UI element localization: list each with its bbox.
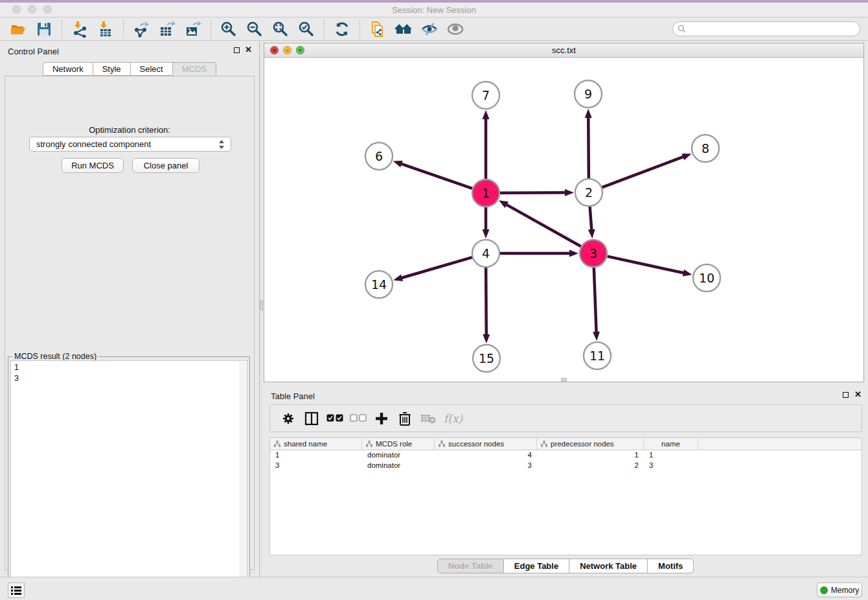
- optimization-criterion-select[interactable]: strongly connected component: [29, 137, 231, 152]
- delete-table-button[interactable]: [417, 408, 440, 430]
- table-row[interactable]: 3dominator323: [270, 461, 862, 471]
- export-table-button[interactable]: [156, 19, 178, 39]
- result-scrollbar[interactable]: [239, 362, 246, 597]
- column-settings-button[interactable]: [277, 408, 300, 430]
- table-cell[interactable]: 1: [537, 450, 644, 461]
- splitter-handle[interactable]: [260, 300, 263, 310]
- column-header-name[interactable]: name: [644, 438, 698, 450]
- graph-node-2[interactable]: 2: [575, 179, 602, 206]
- column-header-shared-name[interactable]: shared name: [270, 438, 362, 450]
- tab-mcds[interactable]: MCDS: [173, 62, 216, 76]
- show-all-button[interactable]: [444, 19, 466, 39]
- hide-selected-button[interactable]: [418, 19, 440, 39]
- tab-node-table[interactable]: Node Table: [437, 559, 504, 573]
- export-image-button[interactable]: [182, 19, 204, 39]
- table-cell[interactable]: 2: [537, 461, 644, 471]
- tab-network-table[interactable]: Network Table: [569, 559, 648, 573]
- import-network-button[interactable]: [69, 19, 91, 39]
- column-header-MCDS-role[interactable]: MCDS role: [362, 438, 435, 450]
- float-panel-icon[interactable]: [234, 47, 240, 53]
- eye-icon: [446, 21, 464, 38]
- node-label: 1: [482, 186, 490, 200]
- close-panel-icon[interactable]: ✕: [245, 45, 252, 54]
- delete-column-button[interactable]: [393, 408, 417, 430]
- plus-icon: [374, 411, 389, 426]
- tab-edge-table[interactable]: Edge Table: [504, 559, 569, 573]
- graph-edge-4-14[interactable]: [401, 257, 472, 278]
- graph-node-11[interactable]: 11: [584, 342, 611, 369]
- table-row[interactable]: 1dominator411: [270, 450, 862, 461]
- column-header-label: shared name: [284, 440, 327, 448]
- run-mcds-button[interactable]: Run MCDS: [62, 158, 124, 173]
- deselect-all-button[interactable]: [347, 408, 370, 430]
- close-table-panel-icon[interactable]: ✕: [854, 389, 862, 399]
- frame-resize-grip[interactable]: [561, 378, 567, 382]
- table-cell[interactable]: dominator: [362, 461, 435, 471]
- graph-node-15[interactable]: 15: [473, 345, 500, 372]
- zoom-out-button[interactable]: [244, 19, 266, 39]
- tab-select[interactable]: Select: [131, 62, 173, 76]
- table-cell[interactable]: 3: [270, 461, 362, 471]
- graph-edge-3-1[interactable]: [506, 204, 581, 246]
- export-network-button[interactable]: [130, 19, 152, 39]
- graph-node-10[interactable]: 10: [693, 264, 720, 292]
- tab-network[interactable]: Network: [43, 62, 93, 76]
- table-cell[interactable]: 3: [644, 461, 698, 471]
- float-table-panel-icon[interactable]: [843, 392, 849, 398]
- zoom-in-button[interactable]: [218, 19, 240, 39]
- tab-motifs[interactable]: Motifs: [648, 559, 694, 573]
- graph-edge-2-9[interactable]: [588, 117, 589, 178]
- add-column-button[interactable]: [370, 408, 393, 430]
- memory-button[interactable]: Memory: [817, 583, 862, 597]
- clone-network-button[interactable]: [367, 19, 389, 39]
- search-field[interactable]: [672, 21, 860, 36]
- function-builder-button[interactable]: f(x): [444, 412, 463, 425]
- network-frame-titlebar[interactable]: ✕ − + scc.txt: [264, 43, 863, 58]
- edge-arrowhead: [588, 229, 595, 238]
- graph-edge-3-11[interactable]: [594, 268, 597, 333]
- graph-node-4[interactable]: 4: [472, 240, 499, 267]
- graph-node-9[interactable]: 9: [575, 80, 602, 108]
- table-toolbar: f(x): [269, 404, 862, 432]
- close-panel-button[interactable]: Close panel: [132, 158, 200, 173]
- zoom-selected-button[interactable]: [295, 19, 317, 39]
- graph-edge-3-10[interactable]: [607, 257, 684, 273]
- table-cell[interactable]: 1: [644, 450, 698, 461]
- graph-node-8[interactable]: 8: [692, 135, 719, 162]
- graph-edge-4-15[interactable]: [486, 268, 486, 336]
- table-cell[interactable]: 1: [270, 450, 362, 461]
- table-cell[interactable]: 3: [435, 461, 537, 471]
- refresh-view-button[interactable]: [331, 19, 353, 39]
- graph-node-7[interactable]: 7: [472, 82, 499, 109]
- save-session-button[interactable]: [33, 19, 55, 39]
- column-header-successor-nodes[interactable]: successor nodes: [435, 438, 537, 450]
- column-header-predecessor-nodes[interactable]: predecessor nodes: [537, 438, 644, 450]
- graph-edge-2-3[interactable]: [590, 207, 592, 231]
- checked-boxes-icon: [326, 414, 343, 422]
- clone-network-icon: [369, 21, 386, 38]
- split-panel-button[interactable]: [300, 408, 323, 430]
- node-table[interactable]: shared nameMCDS rolesuccessor nodesprede…: [269, 437, 862, 555]
- first-neighbors-button[interactable]: [393, 19, 415, 39]
- table-cell[interactable]: dominator: [362, 450, 435, 461]
- open-session-button[interactable]: [7, 19, 29, 39]
- network-canvas[interactable]: 7968124314101511: [264, 58, 863, 382]
- graph-node-14[interactable]: 14: [365, 271, 393, 298]
- tab-style[interactable]: Style: [93, 62, 131, 76]
- select-all-button[interactable]: [323, 408, 347, 430]
- table-cell[interactable]: 4: [435, 450, 537, 461]
- graph-node-1[interactable]: 1: [472, 179, 499, 207]
- import-table-button[interactable]: [95, 19, 117, 39]
- graph-node-3[interactable]: 3: [580, 240, 607, 267]
- network-frame: ✕ − + scc.txt 7968124314101511: [264, 43, 864, 382]
- task-history-button[interactable]: [8, 583, 25, 598]
- graph-edge-1-2[interactable]: [500, 192, 566, 193]
- graph-edge-1-6[interactable]: [400, 163, 472, 188]
- graph-node-6[interactable]: 6: [365, 143, 393, 170]
- search-input[interactable]: [689, 25, 851, 34]
- mcds-result-textarea[interactable]: 13: [10, 360, 247, 597]
- control-panel-tabs: Network Style Select MCDS: [0, 62, 259, 76]
- graph-edge-2-8[interactable]: [602, 156, 685, 187]
- zoom-fit-button[interactable]: [269, 19, 291, 39]
- status-bar: Memory: [0, 577, 868, 600]
